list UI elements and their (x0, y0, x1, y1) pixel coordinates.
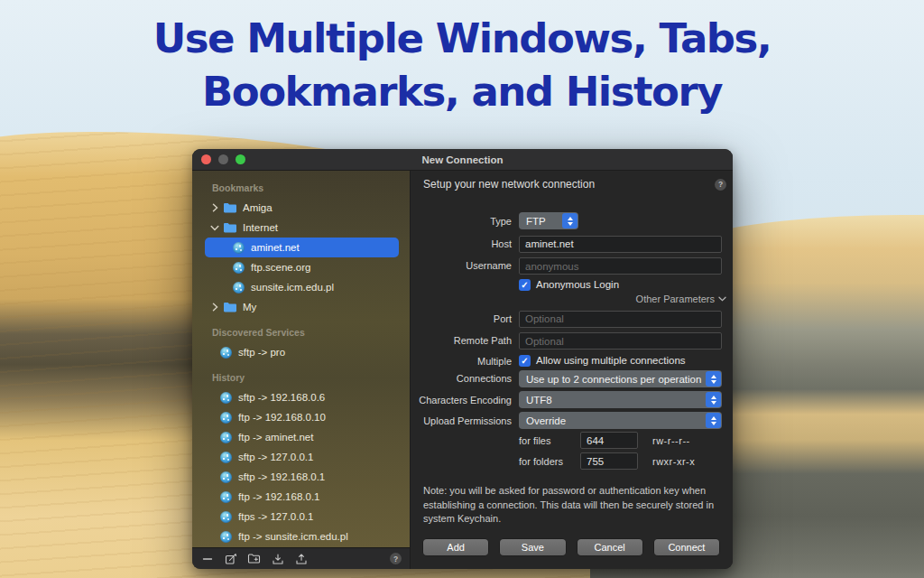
network-site-icon (220, 531, 232, 543)
sidebar-item-label: Internet (243, 222, 278, 233)
list-item-label: ftp -> 192.168.0.10 (238, 412, 326, 423)
export-bookmarks-icon[interactable] (294, 552, 308, 565)
network-site-icon (220, 471, 232, 483)
history-item[interactable]: sftp -> 192.168.0.1 (192, 467, 410, 487)
type-select[interactable]: FTP (519, 212, 578, 229)
connect-button[interactable]: Connect (654, 539, 719, 555)
port-label: Port (416, 313, 512, 324)
network-site-icon (220, 392, 232, 404)
window-title: New Connection (192, 154, 733, 165)
username-input[interactable] (519, 257, 722, 275)
sidebar-item-internet[interactable]: Internet (192, 218, 410, 238)
files-permission-mask: rw-r--r-- (652, 435, 690, 446)
host-input[interactable] (519, 236, 722, 253)
host-label: Host (416, 238, 512, 249)
help-button[interactable]: ? (715, 179, 726, 191)
list-item-label: sftp -> pro (238, 347, 285, 358)
chevron-right-icon[interactable] (208, 203, 221, 212)
stepper-icon (706, 371, 721, 387)
upload-permissions-select[interactable]: Override (519, 412, 722, 429)
sidebar-item-sunsite[interactable]: sunsite.icm.edu.pl (192, 277, 410, 297)
sidebar-toolbar: ? (192, 547, 410, 569)
bookmarks-sidebar: Bookmarks Amiga (192, 171, 411, 569)
port-input[interactable] (519, 311, 722, 328)
chevron-right-icon[interactable] (208, 303, 221, 312)
sidebar-item-aminet-selected[interactable]: aminet.net (205, 238, 399, 257)
for-folders-label: for folders (519, 456, 580, 467)
history-item[interactable]: ftp -> 192.168.0.1 (192, 487, 410, 507)
heading-line-2: Bookmarks, and History (0, 66, 924, 119)
sidebar-item-my[interactable]: My (192, 297, 410, 317)
other-parameters-toggle[interactable]: Other Parameters (636, 294, 726, 304)
network-site-icon (220, 491, 232, 503)
characters-encoding-select[interactable]: UTF8 (519, 391, 722, 408)
for-files-label: for files (519, 435, 580, 446)
upload-permissions-value: Override (526, 415, 566, 426)
remote-path-label: Remote Path (416, 335, 512, 346)
history-item[interactable]: sftp -> 192.168.0.6 (192, 387, 410, 407)
upload-permissions-label: Upload Permissions (416, 415, 512, 426)
network-site-icon (220, 347, 232, 359)
discovered-services-header: Discovered Services (192, 326, 410, 339)
history-item[interactable]: ftp -> 192.168.0.10 (192, 407, 410, 427)
keychain-note: Note: you will be asked for password or … (423, 484, 726, 527)
chevron-down-icon[interactable] (208, 225, 221, 231)
connection-setup-panel: Setup your new network connection ? Type… (411, 171, 733, 569)
characters-encoding-value: UTF8 (526, 395, 552, 406)
discovered-item-sftp-pro[interactable]: sftp -> pro (192, 342, 410, 362)
sidebar-item-label: My (243, 302, 256, 312)
anonymous-login-label: Anonymous Login (536, 279, 619, 290)
add-button[interactable]: Add (423, 539, 488, 555)
window-titlebar[interactable]: New Connection (192, 149, 733, 171)
network-site-icon (220, 511, 232, 523)
files-permission-input[interactable] (580, 432, 638, 449)
remote-path-input[interactable] (519, 332, 722, 350)
save-button[interactable]: Save (500, 539, 565, 555)
list-item-label: ftp -> sunsite.icm.edu.pl (238, 531, 348, 542)
sidebar-help-button[interactable]: ? (390, 553, 402, 564)
history-item[interactable]: ftps -> 127.0.0.1 (192, 507, 410, 527)
network-site-icon (220, 432, 232, 443)
cancel-button[interactable]: Cancel (578, 539, 642, 555)
network-site-icon (220, 452, 232, 463)
import-bookmarks-icon[interactable] (271, 552, 284, 565)
sidebar-item-amiga[interactable]: Amiga (192, 198, 410, 218)
edit-bookmark-icon[interactable] (224, 552, 237, 565)
remove-bookmark-icon[interactable] (200, 552, 214, 565)
list-item-label: ftp -> aminet.net (238, 432, 313, 443)
list-item-label: sftp -> 127.0.0.1 (238, 452, 313, 462)
multiple-connections-checkbox[interactable]: ✓ (519, 355, 531, 367)
wallpaper-heading: Use Multiple Windows, Tabs, Bookmarks, a… (0, 13, 924, 118)
anonymous-login-checkbox[interactable]: ✓ (519, 279, 531, 291)
new-folder-icon[interactable] (247, 552, 261, 565)
stepper-icon (562, 213, 578, 228)
connections-count-value: Use up to 2 connections per operation (526, 374, 701, 385)
folders-permission-input[interactable] (580, 452, 638, 470)
heading-line-1: Use Multiple Windows, Tabs, (0, 13, 924, 66)
action-buttons: Add Save Cancel Connect (423, 539, 719, 555)
type-select-value: FTP (526, 216, 546, 227)
stepper-icon (706, 413, 721, 428)
characters-encoding-label: Characters Encoding (416, 395, 512, 406)
sidebar-list: Bookmarks Amiga (192, 171, 410, 547)
multiple-connections-label: Multiple Connections (416, 353, 512, 387)
multiple-connections-checkbox-label: Allow using multiple connections (536, 355, 686, 366)
history-item[interactable]: ftp -> sunsite.icm.edu.pl (192, 527, 410, 546)
sidebar-item-label: ftp.scene.org (251, 262, 310, 273)
panel-title: Setup your new network connection (423, 178, 595, 191)
folders-permission-mask: rwxr-xr-x (652, 456, 695, 467)
history-item[interactable]: ftp -> aminet.net (192, 427, 410, 447)
network-site-icon (233, 282, 245, 294)
list-item-label: sftp -> 192.168.0.6 (238, 392, 325, 403)
history-header: History (192, 371, 410, 384)
connections-count-select[interactable]: Use up to 2 connections per operation (519, 370, 722, 387)
username-label: Username (416, 260, 512, 271)
history-item[interactable]: sftp -> 127.0.0.1 (192, 447, 410, 467)
connection-form: Type FTP Host Username (416, 212, 726, 555)
stepper-icon (706, 392, 721, 407)
network-site-icon (233, 242, 245, 254)
network-site-icon (233, 262, 245, 274)
list-item-label: ftp -> 192.168.0.1 (238, 491, 319, 502)
new-connection-window: New Connection Bookmarks Amiga (192, 149, 733, 569)
sidebar-item-ftp-scene-org[interactable]: ftp.scene.org (192, 257, 410, 277)
